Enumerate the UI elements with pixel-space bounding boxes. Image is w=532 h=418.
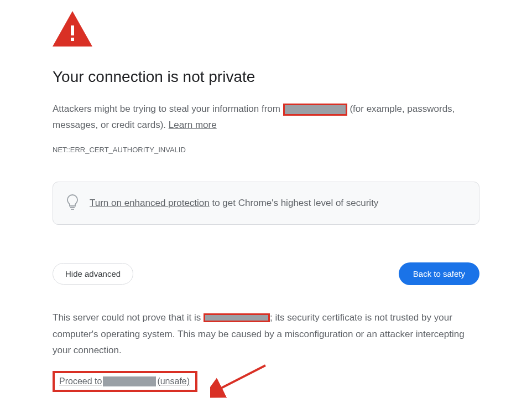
proceed-suffix: (unsafe) [157, 376, 190, 386]
warning-description: Attackers might be trying to steal your … [53, 101, 479, 133]
proceed-unsafe-link[interactable]: Proceed to (unsafe) [59, 376, 190, 386]
back-to-safety-button[interactable]: Back to safety [399, 262, 479, 285]
page-title: Your connection is not private [53, 68, 479, 86]
protection-suffix: to get Chrome's highest level of securit… [210, 198, 379, 208]
enhanced-protection-link[interactable]: Turn on enhanced protection [90, 198, 210, 208]
svg-rect-2 [71, 38, 74, 41]
button-row: Hide advanced Back to safety [53, 262, 479, 285]
proceed-highlight-box: Proceed to (unsafe) [53, 371, 197, 392]
lightbulb-icon [66, 194, 79, 212]
description-prefix: Attackers might be trying to steal your … [53, 104, 283, 114]
redacted-domain-2 [204, 313, 270, 322]
hide-advanced-button[interactable]: Hide advanced [53, 263, 133, 285]
redacted-domain-3 [103, 376, 156, 386]
advanced-explanation: This server could not prove that it is ;… [53, 309, 479, 359]
protection-text: Turn on enhanced protection to get Chrom… [90, 198, 378, 209]
interstitial-container: Your connection is not private Attackers… [0, 0, 532, 392]
advanced-prefix: This server could not prove that it is [53, 312, 204, 323]
enhanced-protection-banner: Turn on enhanced protection to get Chrom… [53, 182, 479, 225]
proceed-prefix: Proceed to [59, 376, 102, 386]
warning-triangle-icon [53, 11, 479, 49]
redacted-domain-1 [283, 104, 347, 116]
error-code: NET::ERR_CERT_AUTHORITY_INVALID [53, 146, 479, 154]
learn-more-link[interactable]: Learn more [169, 120, 217, 130]
svg-rect-1 [71, 25, 74, 35]
